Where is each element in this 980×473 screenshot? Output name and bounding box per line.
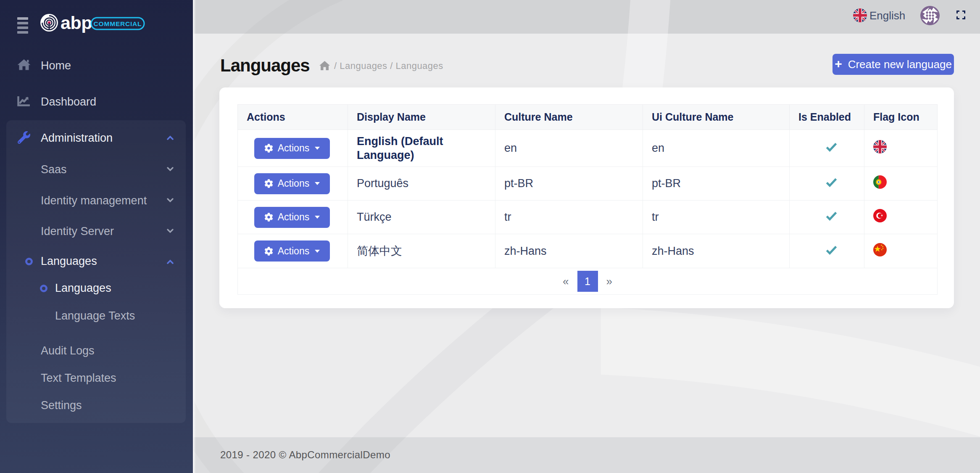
svg-text:COMMERCIAL: COMMERCIAL xyxy=(94,20,142,27)
svg-text:abp: abp xyxy=(61,13,92,33)
